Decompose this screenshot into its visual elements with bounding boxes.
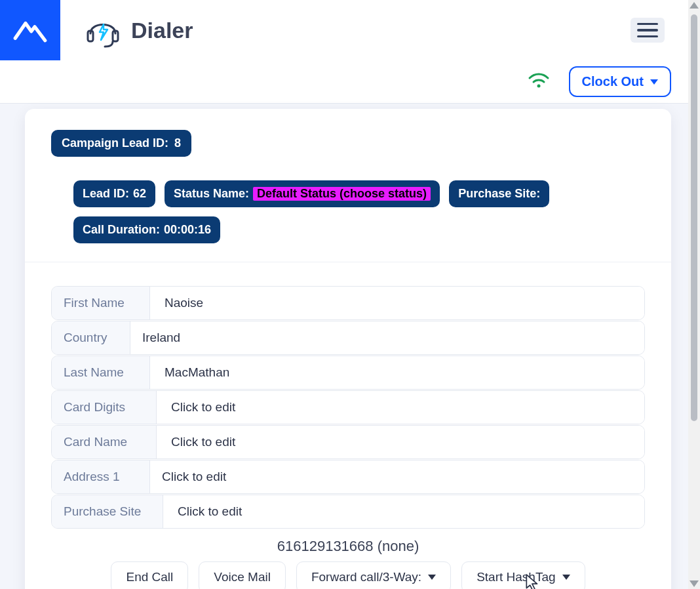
field-value[interactable]: Click to edit	[157, 391, 644, 424]
status-name-value: Default Status (choose status)	[253, 187, 431, 201]
phone-line: 616129131668 (none)	[51, 538, 645, 555]
field-label: Last Name	[52, 356, 150, 389]
logo-mountain-icon	[12, 12, 49, 49]
field-label: Country	[52, 321, 130, 354]
field-value[interactable]: Click to edit	[157, 426, 644, 458]
scroll-down-icon[interactable]	[690, 580, 699, 587]
field-row: Card NameClick to edit	[51, 425, 645, 459]
wifi-icon	[527, 69, 551, 95]
field-row: Last NameMacMathan	[51, 355, 645, 390]
call-duration-pill: Call Duration: 00:00:16	[73, 216, 220, 243]
field-row: Address 1Click to edit	[51, 460, 645, 494]
chevron-down-icon	[428, 575, 436, 580]
field-label: Address 1	[52, 460, 150, 493]
field-value[interactable]: Ireland	[130, 321, 644, 354]
field-label: Card Name	[52, 426, 157, 458]
purchase-site-pill: Purchase Site:	[449, 180, 549, 207]
brand-text: Dialer	[131, 18, 193, 43]
field-label: First Name	[52, 287, 150, 319]
field-row: Card DigitsClick to edit	[51, 390, 645, 424]
start-hashtag-button[interactable]: Start HashTag	[461, 561, 585, 589]
headset-bolt-icon	[84, 12, 122, 48]
chevron-down-icon	[562, 575, 570, 580]
field-value[interactable]: Click to edit	[163, 495, 644, 528]
top-bar: Dialer Clock Out	[0, 0, 688, 104]
field-value[interactable]: MacMathan	[150, 356, 644, 389]
svg-point-2	[537, 84, 540, 87]
field-row: First NameNaoise	[51, 286, 645, 320]
call-actions-row-1: End Call Voice Mail Forward call/3-Way: …	[51, 561, 645, 589]
campaign-lead-id-pill: Campaign Lead ID: 8	[51, 130, 191, 157]
status-name-pill[interactable]: Status Name: Default Status (choose stat…	[165, 180, 440, 207]
brand: Dialer	[84, 12, 193, 48]
end-call-button[interactable]: End Call	[111, 561, 188, 589]
lead-card: Campaign Lead ID: 8 Lead ID: 62 Status N…	[25, 109, 671, 589]
lead-form: First NameNaoiseCountryIrelandLast NameM…	[25, 262, 671, 589]
scrollbar[interactable]	[688, 0, 700, 589]
field-value[interactable]: Naoise	[150, 287, 644, 319]
status-pill-row: Lead ID: 62 Status Name: Default Status …	[51, 180, 645, 243]
app-logo[interactable]	[0, 0, 60, 60]
field-label: Card Digits	[52, 391, 157, 424]
chevron-down-icon	[650, 79, 658, 85]
field-value[interactable]: Click to edit	[150, 460, 644, 493]
menu-hamburger-icon[interactable]	[631, 18, 665, 43]
field-row: Purchase SiteClick to edit	[51, 495, 645, 529]
scroll-up-icon[interactable]	[690, 2, 699, 9]
scrollbar-thumb[interactable]	[691, 14, 697, 421]
lead-id-pill: Lead ID: 62	[73, 180, 155, 207]
clock-out-label: Clock Out	[582, 74, 644, 89]
field-row: CountryIreland	[51, 321, 645, 355]
field-label: Purchase Site	[52, 495, 163, 528]
forward-call-button[interactable]: Forward call/3-Way:	[296, 561, 451, 589]
clock-out-button[interactable]: Clock Out	[569, 66, 671, 97]
voice-mail-button[interactable]: Voice Mail	[199, 561, 286, 589]
